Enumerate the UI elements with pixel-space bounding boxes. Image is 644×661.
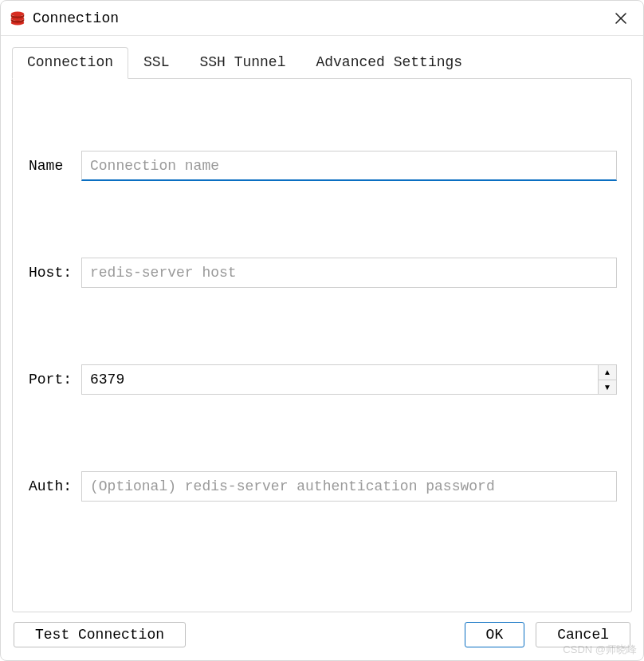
chevron-up-icon: ▲ [603,368,611,376]
port-input[interactable] [81,364,598,395]
port-spinner: ▲ ▼ [81,364,617,395]
name-row: Name [29,151,617,181]
dialog-footer: Test Connection OK Cancel [1,612,643,660]
close-button[interactable] [610,7,632,30]
cancel-button[interactable]: Cancel [536,622,630,647]
test-connection-button[interactable]: Test Connection [14,622,186,647]
title-bar: Connection [1,1,643,36]
connection-dialog: Connection Connection SSL SSH Tunnel Adv… [0,0,644,661]
port-step-down[interactable]: ▼ [599,380,616,395]
host-label: Host: [29,265,81,281]
svg-point-0 [11,11,25,16]
host-row: Host: [29,258,617,288]
connection-panel: Name Host: Port: ▲ ▼ Auth: [12,78,632,612]
port-label: Port: [29,372,81,388]
tab-ssl[interactable]: SSL [128,47,184,78]
ok-button[interactable]: OK [465,622,525,647]
auth-label: Auth: [29,478,81,494]
port-stepper: ▲ ▼ [598,364,617,395]
auth-row: Auth: [29,471,617,502]
name-input[interactable] [81,151,617,181]
port-step-up[interactable]: ▲ [599,365,616,380]
tab-connection[interactable]: Connection [12,47,128,79]
auth-input[interactable] [81,471,617,502]
window-title: Connection [33,10,119,26]
tab-advanced-settings[interactable]: Advanced Settings [300,47,477,78]
redis-icon [9,10,26,27]
tab-ssh-tunnel[interactable]: SSH Tunnel [184,47,300,78]
host-input[interactable] [81,258,617,288]
chevron-down-icon: ▼ [603,383,611,391]
name-label: Name [29,158,81,174]
close-icon [615,12,627,25]
port-row: Port: ▲ ▼ [29,364,617,395]
tabs: Connection SSL SSH Tunnel Advanced Setti… [1,36,643,78]
